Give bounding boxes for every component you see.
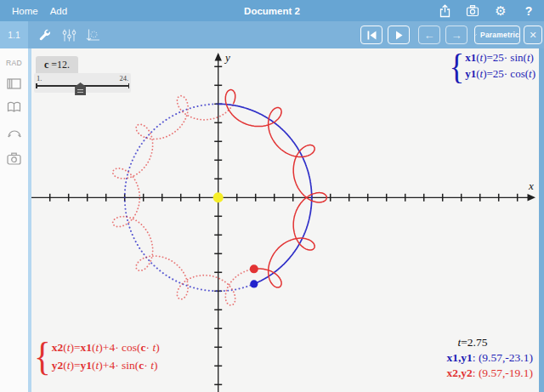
parametric-menu-button[interactable]: Parametric: [474, 26, 520, 44]
equation-x2: x2(t)=x1(t)+4· cos(c· t): [52, 338, 160, 356]
origin-point: [213, 192, 224, 202]
red-trace-point: [250, 264, 258, 273]
screenshot-camera-icon[interactable]: [7, 152, 21, 167]
xy2-value: x2,y2: (9.57,-19.1): [446, 366, 533, 381]
equation-x1: x1(t)=25· sin(t): [465, 49, 536, 65]
equation-y1: y1(t)=25· cos(t): [465, 65, 536, 82]
close-icon: ✕: [529, 30, 536, 41]
slider-max-label: 24.: [119, 74, 128, 82]
top-bar: Home Add Document 2 ⚙ ?: [0, 0, 544, 21]
brace-glyph: {: [34, 337, 51, 376]
play-reset-button[interactable]: [360, 26, 382, 44]
x-axis-label: x: [529, 179, 534, 193]
page-border-right: [539, 48, 544, 392]
slider-min-label: 1.: [37, 74, 42, 82]
y-axis-label: y: [225, 51, 230, 65]
blue-equations[interactable]: { x1(t)=25· sin(t) y1(t)=25· cos(t): [449, 49, 536, 82]
brace-glyph: {: [449, 48, 464, 82]
step-back-button[interactable]: ←: [418, 26, 440, 44]
left-sidebar: RAD: [0, 48, 28, 392]
parametric-label: Parametric: [480, 31, 519, 39]
library-book-icon[interactable]: [7, 101, 21, 116]
close-button[interactable]: ✕: [524, 26, 542, 44]
protractor-icon[interactable]: [7, 127, 21, 141]
slider-value-label[interactable]: c =12.: [36, 56, 78, 73]
slider-body[interactable]: 1. 24.: [34, 73, 131, 93]
angle-mode-indicator: RAD: [0, 59, 28, 67]
page-sorter-icon[interactable]: [7, 77, 21, 92]
equation-y2: y2(t)=y1(t)+4· sin(c· t): [52, 356, 160, 374]
settings-gear-icon[interactable]: ⚙: [494, 4, 507, 18]
c-slider[interactable]: c =12. 1. 24.: [34, 54, 133, 97]
play-button[interactable]: [388, 26, 410, 44]
blue-circle-solid: [218, 104, 312, 284]
t-value[interactable]: t=2.75: [457, 335, 533, 350]
blue-trace-point: [250, 280, 258, 287]
wrench-icon: [475, 31, 477, 39]
document-toolbar: 1.1: [0, 21, 544, 48]
share-icon[interactable]: [438, 4, 451, 18]
step-forward-button[interactable]: →: [445, 26, 468, 44]
trace-readout[interactable]: t=2.75 x1,y1: (9.57,-23.1) x2,y2: (9.57,…: [446, 335, 533, 381]
red-equations[interactable]: { x2(t)=x1(t)+4· cos(c· t) y2(t)=y1(t)+4…: [34, 338, 160, 374]
xy1-value: x1,y1: (9.57,-23.1): [446, 350, 533, 366]
tinspire-app: Home Add Document 2 ⚙ ? 1.1: [0, 0, 544, 392]
camera-capture-icon[interactable]: [466, 4, 479, 18]
help-icon[interactable]: ?: [522, 4, 536, 18]
red-epicycloid-dotted: [113, 96, 254, 305]
